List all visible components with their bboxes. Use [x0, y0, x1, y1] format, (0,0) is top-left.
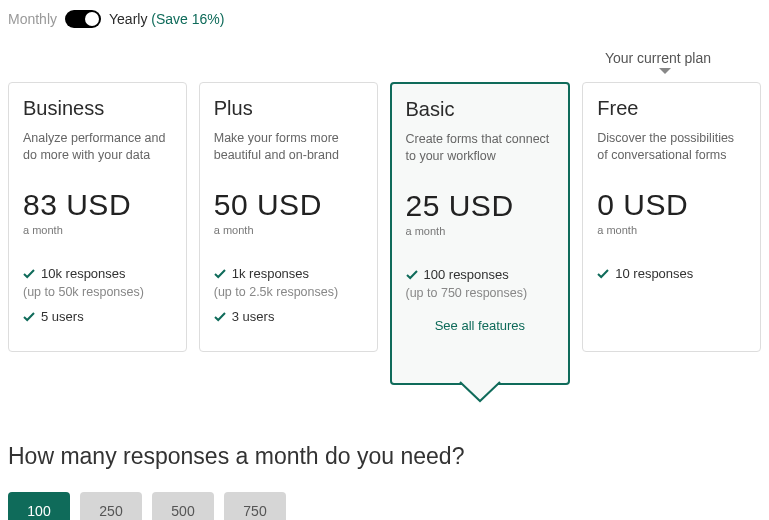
plan-period: a month: [214, 224, 363, 236]
plan-price: 25 USD: [406, 189, 555, 223]
plan-period: a month: [23, 224, 172, 236]
plan-cards: Business Analyze performance and do more…: [8, 82, 761, 385]
plan-feature: 5 users: [23, 307, 172, 328]
plan-feature: 10 responses: [597, 264, 746, 285]
plan-card-business[interactable]: Business Analyze performance and do more…: [8, 82, 187, 352]
plan-feature-text: 100 responses: [424, 265, 509, 286]
plan-price: 50 USD: [214, 188, 363, 222]
responses-option-100[interactable]: 100: [8, 492, 70, 520]
check-icon: [597, 268, 609, 280]
plan-feature: 100 responses: [406, 265, 555, 286]
plan-feature: 10k responses: [23, 264, 172, 285]
billing-toggle[interactable]: [65, 10, 101, 28]
plan-feature-sublabel: (up to 50k responses): [23, 285, 172, 299]
billing-yearly-label[interactable]: Yearly (Save 16%): [109, 11, 224, 27]
chevron-down-icon: [458, 381, 502, 405]
responses-option-500[interactable]: 500: [152, 492, 214, 520]
plan-feature: 1k responses: [214, 264, 363, 285]
plan-name: Free: [597, 97, 746, 120]
plan-feature-text: 3 users: [232, 307, 275, 328]
toggle-knob: [85, 12, 99, 26]
plan-feature-sublabel: (up to 750 responses): [406, 286, 555, 300]
plan-name: Plus: [214, 97, 363, 120]
plan-feature-text: 10 responses: [615, 264, 693, 285]
check-icon: [23, 268, 35, 280]
check-icon: [406, 269, 418, 281]
plan-card-free[interactable]: Free Discover the possibilities of conve…: [582, 82, 761, 352]
plan-desc: Discover the possibilities of conversati…: [597, 130, 746, 164]
plan-desc: Create forms that connect to your workfl…: [406, 131, 555, 165]
plan-name: Basic: [406, 98, 555, 121]
responses-heading: How many responses a month do you need?: [8, 443, 761, 470]
check-icon: [23, 311, 35, 323]
plan-feature: 3 users: [214, 307, 363, 328]
current-plan-label: Your current plan: [605, 50, 711, 66]
current-plan-indicator: Your current plan: [8, 58, 761, 82]
billing-toggle-row: Monthly Yearly (Save 16%): [8, 10, 761, 28]
plan-feature-text: 10k responses: [41, 264, 126, 285]
plan-card-plus[interactable]: Plus Make your forms more beautiful and …: [199, 82, 378, 352]
plan-name: Business: [23, 97, 172, 120]
check-icon: [214, 311, 226, 323]
plan-card-basic[interactable]: Basic Create forms that connect to your …: [390, 82, 571, 385]
plan-price: 0 USD: [597, 188, 746, 222]
plan-period: a month: [597, 224, 746, 236]
billing-monthly-label[interactable]: Monthly: [8, 11, 57, 27]
caret-down-icon: [659, 68, 671, 74]
plan-price: 83 USD: [23, 188, 172, 222]
see-all-features-link[interactable]: See all features: [406, 318, 555, 333]
plan-feature-sublabel: (up to 2.5k responses): [214, 285, 363, 299]
responses-options: 100 250 500 750: [8, 492, 761, 520]
plan-period: a month: [406, 225, 555, 237]
plan-feature-text: 1k responses: [232, 264, 309, 285]
billing-save-label: (Save 16%): [151, 11, 224, 27]
plan-feature-text: 5 users: [41, 307, 84, 328]
responses-option-750[interactable]: 750: [224, 492, 286, 520]
billing-yearly-text: Yearly: [109, 11, 147, 27]
plan-desc: Analyze performance and do more with you…: [23, 130, 172, 164]
check-icon: [214, 268, 226, 280]
responses-option-250[interactable]: 250: [80, 492, 142, 520]
plan-desc: Make your forms more beautiful and on-br…: [214, 130, 363, 164]
